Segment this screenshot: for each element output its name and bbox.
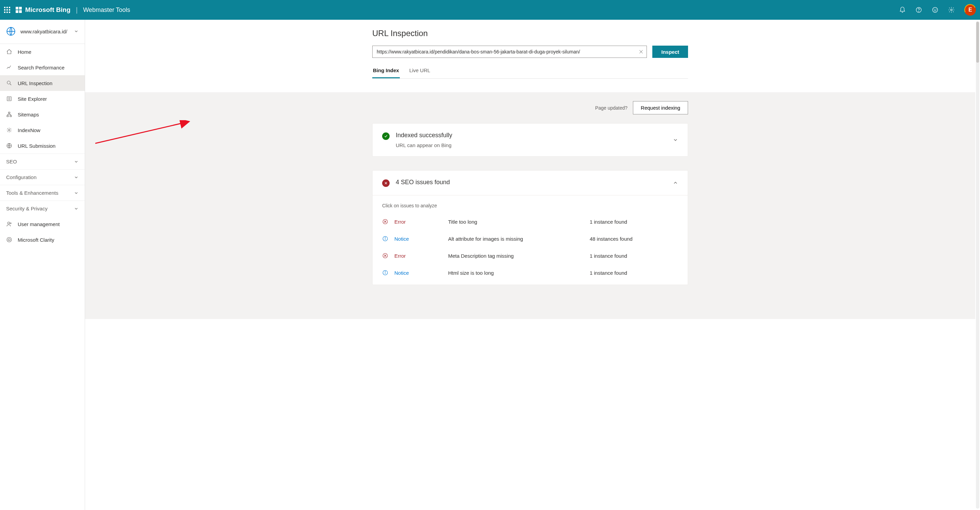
nav-label: IndexNow bbox=[18, 128, 40, 133]
nav-label: URL Submission bbox=[18, 143, 56, 149]
svg-point-5 bbox=[951, 9, 953, 11]
issues-hint: Click on issues to analyze bbox=[382, 203, 678, 208]
chevron-down-icon bbox=[74, 175, 79, 180]
svg-rect-10 bbox=[7, 115, 8, 117]
error-icon bbox=[382, 253, 388, 259]
sidebar: www.rakyatbicara.id/ Home Search Perform… bbox=[0, 20, 85, 510]
nav-home[interactable]: Home bbox=[0, 44, 85, 60]
app-launcher-icon[interactable] bbox=[4, 7, 10, 13]
feedback-icon[interactable] bbox=[932, 6, 939, 13]
seo-card-title: 4 SEO issues found bbox=[396, 179, 667, 186]
svg-point-7 bbox=[7, 81, 10, 84]
brand-text: Microsoft Bing bbox=[25, 6, 70, 14]
svg-point-17 bbox=[8, 239, 10, 241]
svg-point-4 bbox=[936, 9, 936, 10]
nav-url-submission[interactable]: URL Submission bbox=[0, 138, 85, 153]
nav-group-label: SEO bbox=[6, 159, 17, 164]
nav-site-explorer[interactable]: Site Explorer bbox=[0, 91, 85, 107]
avatar-initial: E bbox=[969, 7, 972, 13]
nav-label: URL Inspection bbox=[18, 80, 52, 86]
index-status-card: Indexed successfully URL can appear on B… bbox=[372, 123, 688, 156]
inspect-button[interactable]: Inspect bbox=[652, 46, 688, 58]
issue-row[interactable]: Notice Html size is too long 1 instance … bbox=[382, 264, 678, 281]
issue-count: 48 instances found bbox=[590, 236, 678, 242]
issue-message: Meta Description tag missing bbox=[448, 253, 584, 259]
list-icon bbox=[6, 96, 12, 102]
nav-indexnow[interactable]: IndexNow bbox=[0, 122, 85, 138]
page-title: URL Inspection bbox=[372, 29, 688, 38]
issue-severity: Notice bbox=[395, 236, 442, 242]
nav-label: Sitemaps bbox=[18, 112, 39, 118]
issue-count: 1 instance found bbox=[590, 253, 678, 259]
seo-card-header[interactable]: 4 SEO issues found bbox=[372, 171, 688, 195]
notifications-icon[interactable] bbox=[899, 6, 906, 13]
nav-sitemaps[interactable]: Sitemaps bbox=[0, 107, 85, 122]
error-icon bbox=[382, 218, 388, 225]
issue-count: 1 instance found bbox=[590, 219, 678, 225]
svg-rect-11 bbox=[10, 115, 11, 117]
chart-icon bbox=[6, 64, 12, 70]
globe-icon bbox=[6, 143, 12, 149]
app-subtitle: Webmaster Tools bbox=[83, 6, 130, 14]
issue-row[interactable]: Notice Alt attribute for images is missi… bbox=[382, 230, 678, 247]
nav-label: Search Performance bbox=[18, 65, 65, 70]
index-card-header[interactable]: Indexed successfully URL can appear on B… bbox=[372, 124, 688, 156]
user-avatar[interactable]: E bbox=[963, 2, 978, 18]
home-icon bbox=[6, 49, 12, 55]
nav-group-configuration[interactable]: Configuration bbox=[0, 169, 85, 185]
site-selector[interactable]: www.rakyatbicara.id/ bbox=[0, 20, 85, 44]
main-content: URL Inspection https://www.rakyatbicara.… bbox=[85, 20, 975, 510]
issue-message: Html size is too long bbox=[448, 270, 584, 276]
nav-group-security[interactable]: Security & Privacy bbox=[0, 201, 85, 216]
chevron-up-icon bbox=[673, 180, 678, 186]
issue-row[interactable]: Error Meta Description tag missing 1 ins… bbox=[382, 247, 678, 264]
chevron-down-icon bbox=[74, 29, 79, 34]
url-input[interactable]: https://www.rakyatbicara.id/pendidikan/d… bbox=[372, 46, 647, 58]
scrollbar[interactable] bbox=[976, 21, 979, 508]
search-icon bbox=[6, 80, 12, 86]
index-card-title: Indexed successfully bbox=[396, 132, 667, 139]
site-domain: www.rakyatbicara.id/ bbox=[21, 29, 67, 34]
nav-group-label: Configuration bbox=[6, 174, 37, 180]
index-card-subtitle: URL can appear on Bing bbox=[396, 142, 667, 148]
nav-search-performance[interactable]: Search Performance bbox=[0, 60, 85, 75]
help-icon[interactable] bbox=[915, 6, 922, 13]
clarity-icon bbox=[6, 237, 12, 243]
brand[interactable]: Microsoft Bing bbox=[16, 6, 70, 14]
issue-message: Title too long bbox=[448, 219, 584, 225]
topbar: Microsoft Bing | Webmaster Tools E bbox=[0, 0, 980, 20]
url-value: https://www.rakyatbicara.id/pendidikan/d… bbox=[377, 49, 638, 54]
nav-label: User management bbox=[18, 221, 60, 227]
svg-rect-9 bbox=[8, 112, 10, 113]
info-icon bbox=[382, 269, 388, 276]
issue-severity: Error bbox=[395, 253, 442, 259]
brand-divider: | bbox=[76, 6, 78, 14]
svg-point-14 bbox=[8, 222, 10, 224]
issue-severity: Notice bbox=[395, 270, 442, 276]
svg-point-2 bbox=[933, 8, 938, 13]
nav-clarity[interactable]: Microsoft Clarity bbox=[0, 232, 85, 247]
bing-logo-icon bbox=[16, 7, 22, 13]
chevron-down-icon bbox=[74, 191, 79, 195]
tab-live-url[interactable]: Live URL bbox=[409, 64, 431, 78]
issue-row[interactable]: Error Title too long 1 instance found bbox=[382, 213, 678, 230]
nav-group-seo[interactable]: SEO bbox=[0, 153, 85, 169]
seo-issues-card: 4 SEO issues found Click on issues to an… bbox=[372, 170, 688, 285]
issue-severity: Error bbox=[395, 219, 442, 225]
nav-user-management[interactable]: User management bbox=[0, 216, 85, 232]
nav-url-inspection[interactable]: URL Inspection bbox=[0, 75, 85, 91]
nav-label: Microsoft Clarity bbox=[18, 237, 54, 243]
issue-count: 1 instance found bbox=[590, 270, 678, 276]
success-badge-icon bbox=[382, 132, 390, 140]
chevron-down-icon bbox=[673, 137, 678, 143]
settings-icon[interactable] bbox=[948, 6, 955, 13]
nav-group-tools[interactable]: Tools & Enhancements bbox=[0, 185, 85, 201]
tab-bing-index[interactable]: Bing Index bbox=[372, 64, 400, 78]
request-indexing-button[interactable]: Request indexing bbox=[633, 101, 688, 115]
gear-icon bbox=[6, 127, 12, 133]
issue-message: Alt attribute for images is missing bbox=[448, 236, 584, 242]
clear-icon[interactable] bbox=[638, 49, 644, 54]
nav-label: Home bbox=[18, 49, 31, 55]
svg-point-15 bbox=[10, 223, 11, 224]
info-icon bbox=[382, 236, 388, 242]
